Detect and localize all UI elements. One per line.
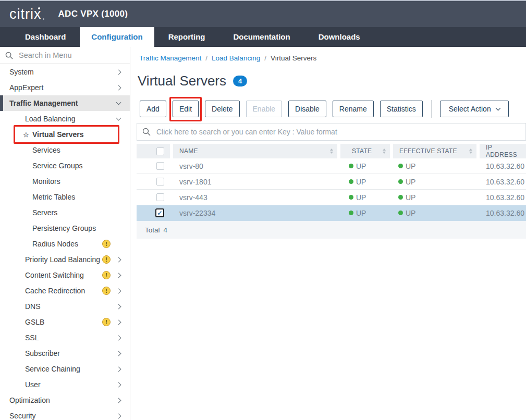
sidebar-item-label: Traffic Management: [9, 99, 102, 107]
row-checkbox[interactable]: [156, 178, 164, 186]
sidebar-item-label: Service Chaining: [25, 365, 102, 373]
warning-slot: !: [102, 240, 111, 248]
sidebar-item-label: Content Switching: [25, 271, 102, 279]
sidebar-item-persistency-groups[interactable]: Persistency Groups: [0, 220, 130, 236]
sidebar-item-label: GSLB: [25, 318, 102, 326]
enable-button: Enable: [246, 101, 283, 117]
state-up-dot: [349, 195, 353, 200]
delete-button[interactable]: Delete: [205, 101, 239, 117]
row-state-cell: UP: [340, 209, 390, 217]
sidebar-item-priority-load-balancing[interactable]: Priority Load Balancing!: [0, 252, 130, 267]
select-all-checkbox[interactable]: [156, 147, 164, 155]
sidebar-search-input[interactable]: [18, 51, 130, 60]
table-row-vsrv-80[interactable]: vsrv-80UPUP10.63.32.60: [137, 158, 526, 174]
table-search-bar[interactable]: [137, 123, 526, 141]
tab-reporting[interactable]: Reporting: [154, 27, 219, 47]
tab-downloads[interactable]: Downloads: [304, 27, 374, 47]
select-action-dropdown[interactable]: Select Action: [440, 101, 509, 117]
sidebar-item-load-balancing[interactable]: Load Balancing: [0, 111, 130, 127]
select-action-label: Select Action: [449, 105, 491, 113]
sidebar-item-metric-tables[interactable]: Metric Tables: [0, 189, 130, 205]
edit-button[interactable]: Edit: [173, 101, 199, 117]
table-search-input[interactable]: [155, 127, 525, 137]
table-body: vsrv-80UPUP10.63.32.60vsrv-1801UPUP10.63…: [137, 158, 526, 221]
breadcrumb-item-load-balancing[interactable]: Load Balancing: [212, 54, 260, 62]
column-header-name[interactable]: NAME: [173, 144, 337, 158]
sidebar-item-label: SSL: [25, 333, 102, 342]
toolbar-buttons: AddEditDeleteEnableDisableRenameStatisti…: [140, 101, 423, 117]
sort-icon[interactable]: [330, 149, 333, 154]
tab-dashboard[interactable]: Dashboard: [11, 27, 80, 47]
sidebar-item-dns[interactable]: DNS: [0, 299, 130, 314]
chevron-slot: [113, 383, 124, 387]
row-effective-state-cell: UP: [393, 193, 476, 202]
statistics-button[interactable]: Statistics: [380, 101, 423, 117]
column-header-effective-state[interactable]: EFFECTIVE STATE: [393, 144, 476, 158]
sidebar-item-traffic-management[interactable]: Traffic Management: [0, 95, 130, 111]
warning-slot: !: [102, 287, 111, 295]
chevron-right-icon: [116, 304, 121, 309]
citrix-logo: citrix: [9, 7, 46, 21]
state-up-dot: [398, 195, 403, 200]
sort-icon[interactable]: [383, 149, 386, 154]
chevron-slot: [113, 102, 124, 104]
state-up-dot: [398, 164, 403, 168]
disable-button[interactable]: Disable: [288, 101, 326, 117]
chevron-slot: [113, 70, 124, 74]
sort-icon[interactable]: [469, 149, 472, 154]
breadcrumb-item-traffic-management[interactable]: Traffic Management: [139, 54, 201, 62]
search-icon: [142, 128, 151, 136]
tab-documentation[interactable]: Documentation: [219, 27, 304, 47]
chevron-right-icon: [116, 69, 121, 75]
state-up-dot: [398, 179, 403, 184]
sidebar-item-service-chaining[interactable]: Service Chaining: [0, 361, 130, 377]
sidebar-item-gslb[interactable]: GSLB!: [0, 314, 130, 330]
sidebar-item-virtual-servers[interactable]: ☆Virtual Servers: [0, 127, 130, 142]
sidebar-item-radius-nodes[interactable]: Radius Nodes!: [0, 236, 130, 252]
table-row-vsrv-22334[interactable]: ✓vsrv-22334UPUP10.63.32.60: [137, 205, 526, 221]
sidebar-item-user[interactable]: User: [0, 377, 130, 392]
row-checkbox[interactable]: [156, 193, 164, 201]
row-checkbox-cell: [137, 193, 170, 201]
warning-slot: !: [102, 255, 111, 264]
add-button[interactable]: Add: [140, 101, 166, 117]
chevron-right-icon: [116, 366, 121, 372]
sidebar-item-label: Priority Load Balancing: [25, 255, 102, 264]
table-row-vsrv-443[interactable]: vsrv-443UPUP10.63.32.60: [137, 190, 526, 205]
content-area: SystemAppExpertTraffic ManagementLoad Ba…: [0, 47, 526, 420]
sidebar-item-label: User: [25, 380, 102, 389]
state-label: UP: [356, 178, 366, 186]
sidebar-item-label: Subscriber: [25, 349, 102, 357]
sidebar-item-content-switching[interactable]: Content Switching!: [0, 267, 130, 283]
row-state-cell: UP: [340, 193, 390, 202]
sidebar-item-system[interactable]: System: [0, 64, 130, 80]
chevron-slot: [113, 367, 124, 371]
sidebar-item-subscriber[interactable]: Subscriber: [0, 345, 130, 361]
sidebar-item-servers[interactable]: Servers: [0, 205, 130, 220]
sidebar-item-label: Persistency Groups: [32, 224, 102, 232]
chevron-right-icon: [116, 413, 121, 418]
sidebar-item-cache-redirection[interactable]: Cache Redirection!: [0, 283, 130, 299]
row-ip-cell: 10.63.32.60: [480, 209, 526, 217]
sidebar-item-label: Metric Tables: [32, 193, 102, 201]
sidebar-item-service-groups[interactable]: Service Groups: [0, 158, 130, 174]
column-header-ip-address[interactable]: IP ADDRESS: [480, 144, 526, 158]
breadcrumb-separator: /: [264, 54, 266, 62]
sidebar-search[interactable]: [0, 47, 130, 64]
table-row-vsrv-1801[interactable]: vsrv-1801UPUP10.63.32.60: [137, 174, 526, 190]
sidebar-item-security[interactable]: Security: [0, 408, 130, 420]
tab-configuration[interactable]: Configuration: [80, 27, 154, 47]
warning-icon: !: [102, 255, 111, 264]
sidebar-item-ssl[interactable]: SSL: [0, 330, 130, 345]
chevron-right-icon: [116, 335, 121, 340]
row-checkbox[interactable]: [156, 162, 164, 170]
row-checkbox[interactable]: ✓: [155, 208, 164, 217]
sidebar-item-monitors[interactable]: Monitors: [0, 174, 130, 189]
rename-button[interactable]: Rename: [333, 101, 374, 117]
sidebar-item-optimization[interactable]: Optimization: [0, 392, 130, 408]
sidebar-item-services[interactable]: Services: [0, 142, 130, 158]
toolbar: AddEditDeleteEnableDisableRenameStatisti…: [137, 100, 526, 118]
sidebar-item-appexpert[interactable]: AppExpert: [0, 80, 130, 95]
state-up-dot: [398, 211, 403, 215]
column-header-state[interactable]: STATE: [340, 144, 390, 158]
